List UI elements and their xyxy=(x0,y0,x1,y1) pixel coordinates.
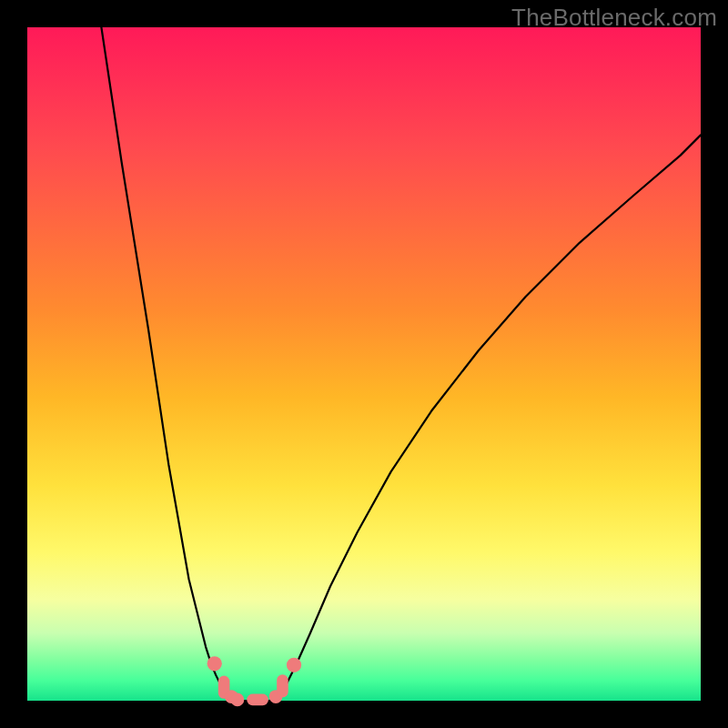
curve-left-branch xyxy=(101,27,232,701)
marker-dot xyxy=(287,658,301,672)
marker-dot xyxy=(207,656,222,671)
curve-right-branch xyxy=(275,135,701,700)
plot-svg xyxy=(27,27,701,701)
marker-pill xyxy=(247,694,268,706)
marker-dot xyxy=(230,693,244,706)
chart-frame: TheBottleneck.com xyxy=(0,0,728,728)
marker-pill xyxy=(277,674,288,697)
plot-area xyxy=(27,27,701,701)
curve-markers xyxy=(207,656,302,706)
